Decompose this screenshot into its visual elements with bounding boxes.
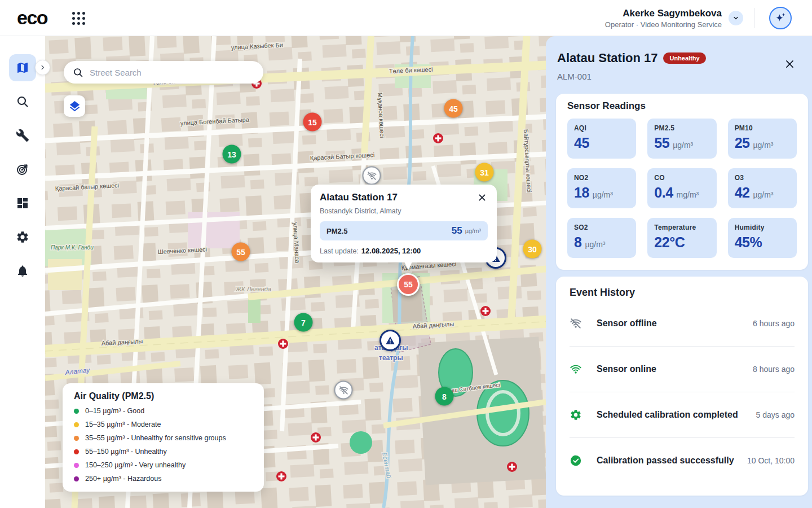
- search-input[interactable]: [90, 68, 254, 77]
- popup-metric-value: 55: [452, 225, 462, 237]
- sensor-marker[interactable]: 55: [232, 243, 250, 261]
- sparkle-icon: [774, 11, 787, 25]
- legend-item: 0–15 µg/m³ - Good: [74, 407, 253, 415]
- sensor-tile-so2: SO28µg/m³: [567, 218, 636, 258]
- chevron-down-icon: [732, 15, 739, 21]
- sidebar-item-tools[interactable]: [11, 124, 34, 147]
- legend-label: 15–35 µg/m³ - Moderate: [85, 421, 161, 428]
- wifi-icon: [570, 363, 582, 375]
- popup-close-button[interactable]: [476, 192, 488, 205]
- user-block: Akerke Sagymbekova Operator · Video Moni…: [605, 5, 743, 32]
- sensor-tile-co: CO0.4mg/m³: [647, 168, 716, 208]
- layers-icon: [68, 100, 81, 113]
- wrench-icon: [16, 129, 29, 142]
- sensor-marker[interactable]: 31: [475, 163, 494, 182]
- station-id: ALM-001: [557, 72, 592, 81]
- search-icon: [16, 95, 29, 108]
- legend-label: 35–55 µg/m³ - Unhealthy for sensitive gr…: [85, 434, 226, 442]
- map-icon: [16, 61, 29, 75]
- close-icon: [784, 59, 795, 69]
- legend-item: 250+ µg/m³ - Hazardous: [74, 475, 253, 483]
- sensor-marker[interactable]: 15: [303, 113, 322, 132]
- popup-metric-row: PM2.5 55 µg/m³: [320, 221, 488, 240]
- legend-dot-usg: [74, 436, 79, 441]
- legend-item: 15–35 µg/m³ - Moderate: [74, 421, 253, 428]
- event-history-title: Event History: [570, 287, 795, 299]
- sensor-offline-marker[interactable]: [363, 167, 381, 185]
- sidebar-item-dashboard[interactable]: [11, 192, 34, 214]
- sidebar: [0, 36, 45, 508]
- gear-icon: [16, 230, 29, 244]
- legend-dot-hazardous: [74, 476, 79, 481]
- user-name: Akerke Sagymbekova: [605, 8, 722, 19]
- sidebar-expand-button[interactable]: [35, 60, 50, 75]
- popup-metric-unit: µg/m³: [465, 227, 481, 234]
- event-row-calibration-passed[interactable]: Calibration passed successfully 10 Oct, …: [570, 437, 795, 483]
- street-search[interactable]: [64, 61, 263, 84]
- event-history-card: Event History Sensor offline 6 hours ago…: [556, 277, 808, 496]
- dashboard-icon: [16, 196, 29, 210]
- panel-close-button[interactable]: [783, 58, 796, 72]
- layers-button[interactable]: [64, 95, 85, 117]
- legend-dot-good: [74, 409, 79, 414]
- sensor-marker[interactable]: 13: [223, 145, 241, 164]
- event-row-sensor-offline[interactable]: Sensor offline 6 hours ago: [570, 301, 795, 346]
- search-icon: [73, 67, 83, 78]
- app-root: eco Akerke Sagymbekova Operator · Video …: [0, 0, 812, 508]
- sensor-marker[interactable]: 45: [444, 99, 463, 118]
- popup-last-update-label: Last update:: [320, 247, 359, 255]
- user-menu-chevron[interactable]: [729, 11, 743, 25]
- event-row-calibration-completed[interactable]: Scheduled calibration completed 5 days a…: [570, 392, 795, 437]
- sensor-tile-o3: O342µg/m³: [728, 168, 797, 208]
- sidebar-item-map[interactable]: [9, 54, 36, 81]
- station-popup: Alatau Station 17 Bostandyk District, Al…: [311, 185, 497, 262]
- popup-last-update-value: 12.08.2025, 12:00: [361, 247, 421, 255]
- legend-label: 0–15 µg/m³ - Good: [85, 407, 144, 415]
- sensor-marker[interactable]: 7: [294, 313, 313, 332]
- sensor-tiles-grid: AQI45 PM2.555µg/m³ PM1025µg/m³ NO218µg/m…: [567, 119, 797, 258]
- popup-title: Alatau Station 17: [320, 192, 398, 203]
- close-icon: [478, 193, 487, 202]
- sidebar-item-search[interactable]: [11, 90, 34, 113]
- popup-metric-label: PM2.5: [326, 227, 348, 235]
- popup-subtitle: Bostandyk District, Almaty: [320, 207, 488, 215]
- target-icon: [16, 163, 29, 176]
- sidebar-item-notifications[interactable]: [11, 260, 34, 282]
- app-header: eco Akerke Sagymbekova Operator · Video …: [0, 0, 812, 36]
- chevron-right-icon: [39, 64, 46, 71]
- status-badge: Unhealthy: [663, 52, 705, 64]
- sensor-tile-no2: NO218µg/m³: [567, 168, 636, 208]
- legend-title: Air Quality (PM2.5): [74, 391, 253, 401]
- ai-assistant-button[interactable]: [769, 7, 792, 29]
- sensor-marker[interactable]: 8: [435, 387, 454, 406]
- legend-dot-very-unhealthy: [74, 463, 79, 468]
- gear-icon: [570, 409, 582, 421]
- event-row-sensor-online[interactable]: Sensor online 8 hours ago: [570, 346, 795, 392]
- sidebar-item-settings[interactable]: [11, 226, 34, 248]
- legend-label: 55–150 µg/m³ - Unhealthy: [85, 448, 167, 456]
- legend-label: 150–250 µg/m³ - Very unhealthy: [85, 461, 186, 469]
- user-info: Akerke Sagymbekova Operator · Video Moni…: [605, 8, 722, 29]
- wifi-off-icon: [570, 317, 582, 330]
- sensor-readings-card: Sensor Readings AQI45 PM2.555µg/m³ PM102…: [556, 94, 808, 270]
- sensor-marker[interactable]: 30: [523, 240, 542, 259]
- check-circle-icon: [570, 454, 582, 467]
- sensor-tile-pm10: PM1025µg/m³: [728, 119, 797, 159]
- panel-title: Alatau Station 17: [557, 51, 657, 65]
- sensor-readings-title: Sensor Readings: [567, 100, 797, 112]
- popup-last-update: Last update:12.08.2025, 12:00: [320, 247, 488, 255]
- legend-label: 250+ µg/m³ - Hazardous: [85, 475, 161, 483]
- header-divider: [754, 8, 754, 28]
- alert-marker[interactable]: [379, 330, 401, 351]
- legend-item: 150–250 µg/m³ - Very unhealthy: [74, 461, 253, 469]
- sidebar-item-targets[interactable]: [11, 158, 34, 181]
- app-logo[interactable]: eco: [17, 7, 47, 29]
- legend-item: 55–150 µg/m³ - Unhealthy: [74, 448, 253, 456]
- sensor-tile-pm25: PM2.555µg/m³: [647, 119, 716, 159]
- sensor-tile-humidity: Humidity45%: [728, 218, 797, 258]
- legend-dot-unhealthy: [74, 449, 79, 454]
- apps-grid-button[interactable]: [72, 12, 86, 25]
- aqi-legend: Air Quality (PM2.5) 0–15 µg/m³ - Good 15…: [63, 383, 264, 492]
- sensor-tile-temperature: Temperature22°C: [647, 218, 716, 258]
- sensor-offline-marker[interactable]: [334, 381, 353, 400]
